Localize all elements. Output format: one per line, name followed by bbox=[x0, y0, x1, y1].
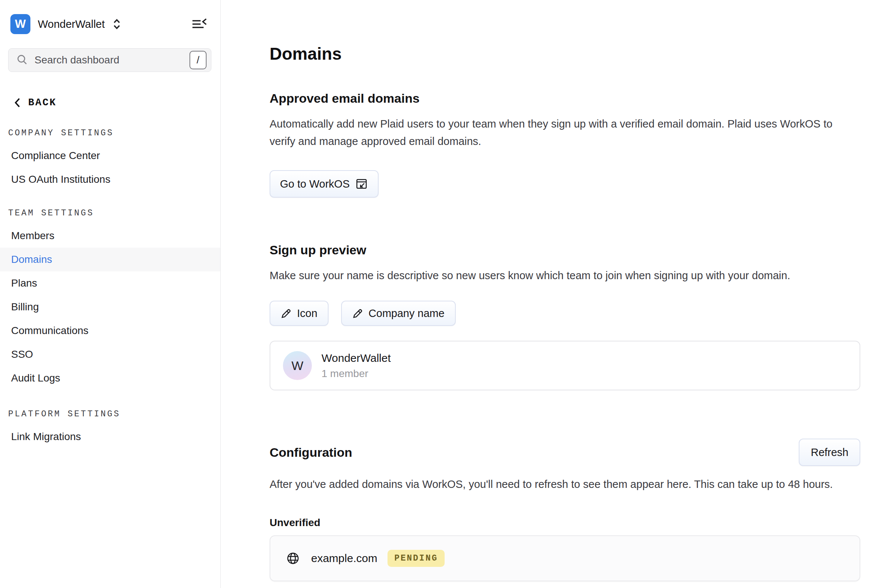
nav-group-platform: Link Migrations bbox=[0, 425, 220, 448]
nav-group-company: Compliance Center US OAuth Institutions bbox=[0, 144, 220, 191]
org-switcher-icon[interactable] bbox=[111, 17, 123, 31]
sidebar-item-plans[interactable]: Plans bbox=[0, 272, 220, 295]
search-placeholder: Search dashboard bbox=[35, 54, 119, 66]
configuration-header: Configuration Refresh bbox=[270, 439, 860, 466]
search-input[interactable]: Search dashboard / bbox=[8, 48, 212, 72]
team-preview-card: W WonderWallet 1 member bbox=[270, 341, 860, 390]
sidebar-item-billing[interactable]: Billing bbox=[0, 295, 220, 319]
pencil-icon bbox=[281, 308, 292, 319]
sidebar-item-members[interactable]: Members bbox=[0, 224, 220, 248]
signup-preview-heading: Sign up preview bbox=[270, 243, 860, 257]
team-name: WonderWallet bbox=[321, 352, 391, 364]
nav-group-team: Members Domains Plans Billing Communicat… bbox=[0, 224, 220, 390]
sidebar-item-audit-logs[interactable]: Audit Logs bbox=[0, 366, 220, 390]
sidebar-item-domains[interactable]: Domains bbox=[0, 248, 220, 272]
go-to-workos-button[interactable]: Go to WorkOS bbox=[270, 170, 378, 198]
sidebar-item-us-oauth-institutions[interactable]: US OAuth Institutions bbox=[0, 168, 220, 191]
sidebar-nav: BACK COMPANY SETTINGS Compliance Center … bbox=[0, 97, 220, 448]
sidebar-item-sso[interactable]: SSO bbox=[0, 343, 220, 366]
configuration-description: After you've added domains via WorkOS, y… bbox=[270, 476, 860, 493]
go-to-workos-label: Go to WorkOS bbox=[280, 178, 350, 190]
edit-icon-label: Icon bbox=[297, 308, 317, 320]
edit-icon-button[interactable]: Icon bbox=[270, 301, 329, 326]
approved-domains-heading: Approved email domains bbox=[270, 91, 860, 106]
signup-preview-description: Make sure your name is descriptive so ne… bbox=[270, 267, 860, 284]
team-avatar: W bbox=[283, 351, 312, 380]
domain-status-badge: PENDING bbox=[387, 550, 444, 567]
section-label-company-settings: COMPANY SETTINGS bbox=[0, 128, 220, 138]
signup-edit-buttons: Icon Company name bbox=[270, 301, 860, 326]
org-logo: W bbox=[11, 14, 30, 34]
domain-row: example.com PENDING bbox=[270, 536, 860, 581]
search-icon bbox=[16, 54, 29, 66]
section-label-team-settings: TEAM SETTINGS bbox=[0, 208, 220, 218]
sidebar: W WonderWallet bbox=[0, 0, 221, 588]
collapse-sidebar-icon[interactable] bbox=[191, 16, 208, 32]
search-shortcut-key: / bbox=[189, 51, 207, 69]
org-name: WonderWallet bbox=[38, 18, 105, 30]
approved-domains-description: Automatically add new Plaid users to you… bbox=[270, 115, 860, 150]
app-window: W WonderWallet bbox=[0, 0, 887, 588]
sidebar-item-link-migrations[interactable]: Link Migrations bbox=[0, 425, 220, 448]
back-chevron-icon bbox=[14, 97, 21, 108]
sidebar-header: W WonderWallet bbox=[0, 14, 220, 34]
domain-name: example.com bbox=[311, 552, 377, 565]
team-member-count: 1 member bbox=[321, 368, 391, 380]
section-label-platform-settings: PLATFORM SETTINGS bbox=[0, 409, 220, 419]
edit-company-name-button[interactable]: Company name bbox=[341, 301, 456, 326]
sidebar-item-compliance-center[interactable]: Compliance Center bbox=[0, 144, 220, 168]
refresh-button[interactable]: Refresh bbox=[799, 439, 860, 466]
team-meta: WonderWallet 1 member bbox=[321, 352, 391, 380]
sidebar-item-communications[interactable]: Communications bbox=[0, 319, 220, 343]
external-link-icon bbox=[355, 177, 368, 190]
pencil-icon bbox=[352, 308, 363, 319]
back-label: BACK bbox=[28, 97, 57, 108]
unverified-label: Unverified bbox=[270, 517, 860, 529]
configuration-heading: Configuration bbox=[270, 445, 352, 460]
main-content: Domains Approved email domains Automatic… bbox=[221, 0, 887, 588]
edit-company-name-label: Company name bbox=[369, 308, 444, 320]
back-button[interactable]: BACK bbox=[0, 97, 220, 108]
globe-icon bbox=[286, 551, 300, 566]
page-title: Domains bbox=[270, 44, 860, 64]
refresh-label: Refresh bbox=[810, 446, 848, 459]
